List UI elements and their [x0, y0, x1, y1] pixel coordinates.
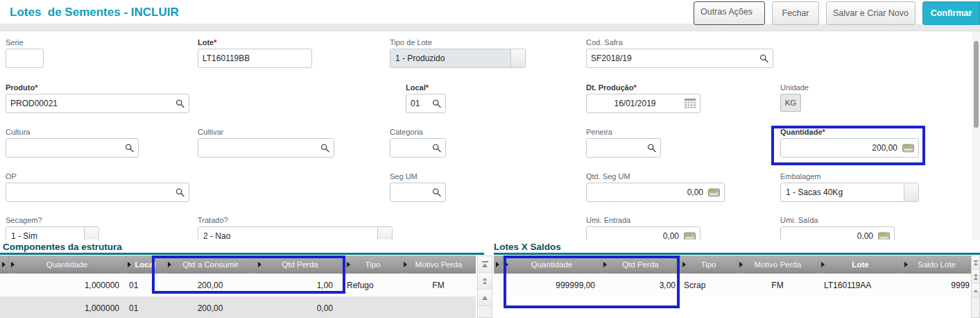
cod-safra-label: Cod. Safra — [586, 38, 773, 47]
dt-producao-input[interactable] — [587, 94, 700, 112]
dropdown-arrow-icon[interactable] — [904, 183, 918, 201]
cell-quantidade: 999999,00 — [502, 274, 601, 296]
cell-quantidade: 1,000000 — [8, 274, 125, 296]
column-arrow-icon — [2, 262, 6, 267]
col-header-quantidade[interactable]: Quantidade — [8, 256, 125, 274]
page-title: Lotes de Sementes - INCLUIR — [10, 6, 179, 19]
cultura-input[interactable] — [6, 139, 138, 157]
col-header-tipo[interactable]: Tipo — [344, 256, 401, 274]
umi-saida-input[interactable] — [781, 227, 894, 240]
salvar-label: Salvar e Criar Novo — [833, 8, 909, 18]
componentes-row-1[interactable]: 1,000000 01 200,00 1,00 Refugo FM — [0, 274, 476, 296]
cultivar-input[interactable] — [198, 139, 334, 157]
form-scrollbar-thumb[interactable] — [974, 41, 979, 128]
grid-scroll-up-button[interactable] — [972, 284, 979, 298]
form-scrollbar[interactable] — [972, 31, 980, 240]
cell-motivo-perda: FM — [737, 274, 818, 296]
umi-entrada-input[interactable] — [587, 227, 700, 240]
cell-tipo: Refugo — [344, 274, 401, 296]
tipo-de-lote-select[interactable]: 1 - Produzido — [390, 49, 526, 68]
search-icon[interactable] — [175, 188, 184, 197]
qtd-seg-um-input[interactable] — [587, 183, 724, 201]
lotes-saldos-panel: Lotes X Saldos Quantidade Qtd Perda Tipo… — [494, 240, 980, 318]
scroll-arrow-icon — [483, 278, 487, 281]
lote-label: Lote — [198, 38, 214, 47]
search-icon[interactable] — [175, 99, 184, 108]
col-header-motivo-perda[interactable]: Motivo Perda — [401, 256, 476, 274]
form-area: Serie Lote* Tipo de Lote 1 - Produzido C… — [0, 31, 980, 240]
col-header-saldo-lote[interactable]: Saldo Lote — [902, 256, 971, 274]
col-header-qtd-perda[interactable]: Qtd Perda — [601, 256, 680, 274]
search-icon[interactable] — [759, 54, 768, 63]
cell-motivo-perda — [401, 296, 476, 318]
componentes-header-row: Quantidade Local Qtd a Consumir Qtd Perd… — [0, 256, 476, 274]
search-icon[interactable] — [432, 188, 441, 197]
calendar-icon[interactable] — [685, 99, 696, 108]
grid-scroll-pageup-button[interactable] — [478, 273, 492, 290]
search-icon[interactable] — [432, 144, 441, 153]
field-secagem: Secagem? 1 - Sim — [6, 216, 99, 240]
field-local: Local* — [406, 83, 446, 113]
salvar-criar-novo-button[interactable]: Salvar e Criar Novo — [826, 1, 915, 25]
search-icon[interactable] — [432, 99, 441, 108]
lote-input[interactable] — [198, 49, 311, 67]
money-icon[interactable] — [902, 144, 914, 153]
col-header-motivo-perda[interactable]: Motivo Perda — [737, 256, 818, 274]
scroll-arrow-icon — [974, 274, 978, 276]
peneira-label: Peneira — [586, 128, 661, 136]
required-asterisk: * — [426, 83, 429, 92]
col-header-qtd-a-consumir[interactable]: Qtd a Consumir — [165, 256, 255, 274]
fechar-button[interactable]: Fechar — [772, 1, 819, 25]
field-serie: Serie — [6, 38, 44, 68]
lotes-saldos-row-1[interactable]: 999999,00 3,00 Scrap FM LT160119AA 9999 — [494, 274, 971, 296]
col-header-local[interactable]: Local — [125, 256, 165, 274]
column-arrow-icon — [11, 262, 15, 267]
outras-acoes-button[interactable]: Outras Ações — [694, 1, 765, 25]
column-arrow-icon — [821, 262, 825, 267]
grid-scroll-up-button[interactable] — [478, 290, 492, 306]
money-icon[interactable] — [708, 188, 720, 197]
serie-input[interactable] — [6, 49, 43, 67]
dt-producao-label: Dt. Produção — [586, 83, 633, 92]
grid-scroll-top-button[interactable] — [972, 256, 979, 270]
col-header-qtd-perda[interactable]: Qtd Perda — [255, 256, 344, 274]
column-arrow-icon — [404, 262, 407, 267]
money-icon[interactable] — [684, 232, 696, 240]
dropdown-arrow-icon[interactable] — [377, 227, 392, 240]
scroll-arrow-icon — [483, 281, 487, 284]
tratado-label: Tratado? — [198, 216, 393, 224]
confirmar-button[interactable]: Confirmar — [922, 1, 980, 25]
cultura-label: Cultura — [6, 128, 139, 136]
grid-scroll-top-button[interactable] — [478, 256, 492, 273]
col-header-tipo[interactable]: Tipo — [680, 256, 737, 274]
dropdown-arrow-icon[interactable] — [84, 227, 98, 240]
componentes-scrollbar[interactable] — [477, 256, 492, 318]
money-icon[interactable] — [878, 232, 890, 240]
lotes-saldos-title: Lotes X Saldos — [494, 242, 561, 252]
tipo-de-lote-label: Tipo de Lote — [390, 38, 526, 47]
componentes-row-2[interactable]: 1,000000 01 200,00 0,00 — [0, 296, 476, 318]
secagem-select[interactable]: 1 - Sim — [6, 226, 99, 240]
op-input[interactable] — [6, 183, 189, 201]
tratado-select[interactable]: 2 - Nao — [198, 226, 393, 240]
lotes-saldos-scrollbar[interactable] — [971, 256, 980, 318]
embalagem-select[interactable]: 1 - Sacas 40Kg — [780, 183, 919, 202]
col-header-lote[interactable]: Lote — [818, 256, 902, 274]
dropdown-arrow-icon[interactable] — [510, 49, 525, 67]
grid-scroll-pageup-button[interactable] — [972, 270, 979, 284]
embalagem-value: 1 - Sacas 40Kg — [781, 183, 904, 201]
field-unidade: Unidade KG — [780, 83, 801, 112]
secagem-value: 1 - Sim — [6, 227, 84, 240]
produto-input[interactable] — [6, 94, 189, 112]
column-arrow-icon — [258, 262, 261, 267]
cod-safra-input[interactable] — [587, 49, 773, 67]
field-lote: Lote* — [198, 38, 312, 68]
quantidade-input[interactable] — [781, 139, 918, 157]
required-asterisk: * — [35, 83, 37, 92]
search-icon[interactable] — [647, 144, 656, 153]
search-icon[interactable] — [125, 144, 134, 153]
col-header-quantidade[interactable]: Quantidade — [502, 256, 601, 274]
outras-acoes-label: Outras Ações — [700, 7, 753, 17]
field-embalagem: Embalagem 1 - Sacas 40Kg — [780, 172, 919, 202]
search-icon[interactable] — [320, 144, 329, 153]
